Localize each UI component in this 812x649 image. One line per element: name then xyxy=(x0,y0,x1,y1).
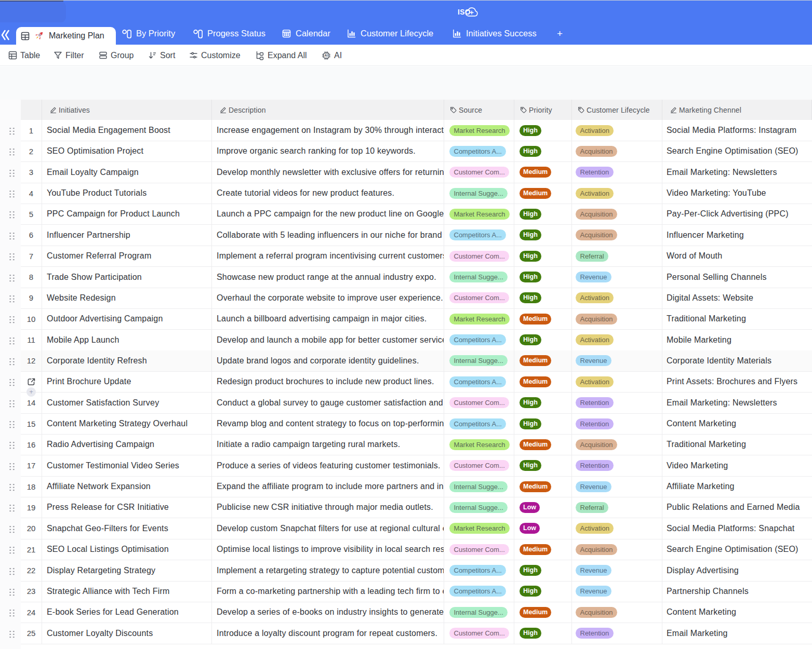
svg-text:ISO: ISO xyxy=(458,8,471,16)
svg-text:AI: AI xyxy=(325,53,328,57)
